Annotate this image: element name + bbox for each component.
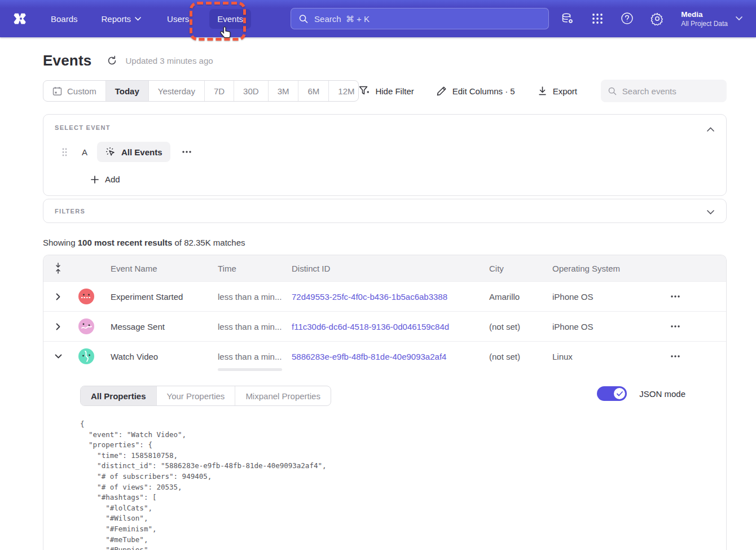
chevron-down-icon <box>135 17 141 21</box>
project-name: Media <box>681 10 728 20</box>
help-icon[interactable] <box>621 12 634 25</box>
table-row-expanded[interactable]: Watch Video less than a min... 5886283e-… <box>43 341 726 371</box>
distinct-id-link[interactable]: 5886283e-e9fb-48fb-81de-40e9093a2af4 <box>292 352 489 361</box>
table-row[interactable]: Message Sent less than a min... f11c30d6… <box>43 311 726 341</box>
date-range-control: Custom Today Yesterday 7D 30D 3M 6M 12M <box>43 80 359 102</box>
project-subtitle: All Project Data <box>681 20 728 28</box>
json-mode-label: JSON mode <box>639 389 685 399</box>
event-os: Linux <box>552 352 660 361</box>
col-event-name[interactable]: Event Name <box>102 264 218 273</box>
filter-icon <box>359 86 370 96</box>
edit-columns-button[interactable]: Edit Columns · 5 <box>437 86 515 96</box>
nav-item-reports[interactable]: Reports <box>102 14 142 24</box>
event-city: Amarillo <box>489 292 552 302</box>
row-more-icon[interactable] <box>660 295 726 298</box>
row-more-icon[interactable] <box>660 355 726 357</box>
export-label: Export <box>553 86 577 96</box>
global-search[interactable] <box>291 8 549 29</box>
date-range-custom-label: Custom <box>67 86 96 96</box>
date-range-6m[interactable]: 6M <box>298 81 329 101</box>
date-range-yesterday[interactable]: Yesterday <box>149 81 205 101</box>
date-range-7d[interactable]: 7D <box>205 81 234 101</box>
plus-icon <box>91 176 99 184</box>
col-city[interactable]: City <box>489 264 552 273</box>
global-search-input[interactable] <box>314 14 540 24</box>
results-summary: Showing 100 most recent results of 82.35… <box>43 238 727 247</box>
export-button[interactable]: Export <box>538 86 577 96</box>
pencil-icon <box>437 86 447 96</box>
events-search[interactable] <box>601 80 727 102</box>
filters-panel: FILTERS <box>43 199 727 223</box>
click-sparkle-icon <box>105 146 116 158</box>
hide-filter-button[interactable]: Hide Filter <box>359 86 414 96</box>
settings-gear-icon[interactable] <box>650 12 664 25</box>
event-detail-panel: All Properties Your Properties Mixpanel … <box>43 371 726 550</box>
distinct-id-link[interactable]: f11c30d6-dc6d-4518-9136-0d046159c84d <box>292 322 489 331</box>
json-mode-toggle[interactable] <box>597 386 627 401</box>
nav-item-reports-label: Reports <box>102 14 131 24</box>
col-distinct-id[interactable]: Distinct ID <box>292 264 489 273</box>
events-table: Event Name Time Distinct ID City Operati… <box>43 255 727 550</box>
tab-all-properties[interactable]: All Properties <box>81 386 157 405</box>
nav-item-boards-label: Boards <box>51 14 78 24</box>
nav-item-events[interactable]: Events <box>209 9 251 29</box>
distinct-id-link[interactable]: 72d49553-25fc-4f0c-b436-1b5ac6ab3388 <box>292 292 489 302</box>
check-icon <box>617 391 623 396</box>
data-management-icon[interactable] <box>561 12 574 25</box>
expand-row-chevron-right-icon[interactable] <box>43 323 71 330</box>
page-title: Events <box>43 52 91 69</box>
all-events-chip[interactable]: All Events <box>97 142 170 162</box>
expand-filters-chevron-down-icon[interactable] <box>707 207 714 217</box>
event-name: Message Sent <box>102 322 218 331</box>
event-name: Watch Video <box>102 352 218 361</box>
expand-row-chevron-right-icon[interactable] <box>43 293 71 300</box>
add-event-label: Add <box>105 174 120 184</box>
nav-item-events-label: Events <box>217 14 243 24</box>
updated-timestamp: Updated 3 minutes ago <box>125 56 213 66</box>
refresh-icon[interactable] <box>107 55 117 66</box>
event-avatar <box>71 348 102 364</box>
nav-item-boards[interactable]: Boards <box>51 14 78 24</box>
date-range-3m[interactable]: 3M <box>269 81 299 101</box>
event-time: less than a min... <box>218 352 292 361</box>
calendar-icon <box>52 86 62 96</box>
properties-tabs: All Properties Your Properties Mixpanel … <box>80 386 331 406</box>
col-time[interactable]: Time <box>218 264 292 273</box>
drag-handle-icon[interactable] <box>62 148 67 156</box>
date-range-custom[interactable]: Custom <box>43 81 106 101</box>
tab-your-properties[interactable]: Your Properties <box>157 386 236 405</box>
mixpanel-logo-icon[interactable] <box>12 10 29 27</box>
event-avatar <box>71 289 102 304</box>
search-icon <box>608 86 617 96</box>
date-range-today[interactable]: Today <box>106 81 149 101</box>
project-selector[interactable]: Media All Project Data <box>681 10 750 28</box>
hide-filter-label: Hide Filter <box>375 86 414 96</box>
tab-mixpanel-properties[interactable]: Mixpanel Properties <box>235 386 331 405</box>
select-event-panel: SELECT EVENT A All Events <box>43 114 727 196</box>
collapse-panel-chevron-up-icon[interactable] <box>707 124 714 134</box>
table-header: Event Name Time Distinct ID City Operati… <box>43 255 726 281</box>
select-event-label: SELECT EVENT <box>55 124 715 131</box>
chevron-down-icon <box>736 16 742 21</box>
collapse-rows-icon[interactable] <box>43 263 71 274</box>
apps-grid-icon[interactable] <box>591 12 604 25</box>
add-event-button[interactable]: Add <box>91 174 715 184</box>
row-more-icon[interactable] <box>660 325 726 328</box>
event-os: iPhone OS <box>552 322 660 331</box>
event-time: less than a min... <box>218 322 292 331</box>
event-name: Experiment Started <box>102 292 218 302</box>
date-range-30d[interactable]: 30D <box>234 81 269 101</box>
table-row[interactable]: Experiment Started less than a min... 72… <box>43 281 726 311</box>
search-icon <box>299 14 308 24</box>
event-row-letter: A <box>82 147 87 157</box>
event-more-icon[interactable] <box>180 149 194 155</box>
events-search-input[interactable] <box>622 86 719 96</box>
date-range-12m[interactable]: 12M <box>329 81 359 101</box>
col-operating-system[interactable]: Operating System <box>552 264 660 273</box>
collapse-row-chevron-down-icon[interactable] <box>43 354 71 359</box>
filters-label: FILTERS <box>55 208 85 215</box>
nav-item-users-label: Users <box>167 14 189 24</box>
export-icon <box>538 86 547 96</box>
nav-item-users[interactable]: Users <box>167 14 189 24</box>
top-nav: Boards Reports Users Events <box>0 0 756 37</box>
